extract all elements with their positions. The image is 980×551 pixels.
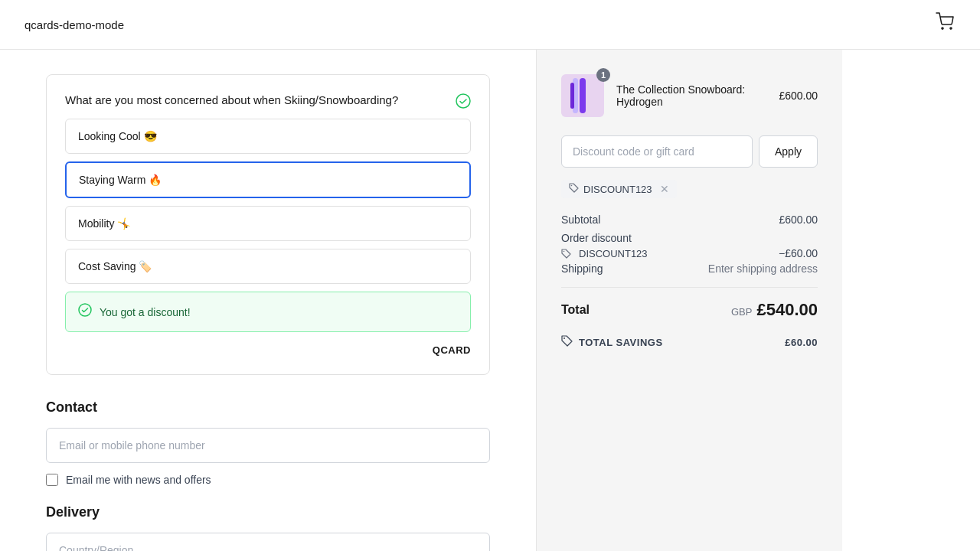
svg-point-1 [79, 304, 91, 316]
svg-point-7 [564, 337, 565, 339]
svg-rect-2 [580, 78, 586, 113]
svg-rect-4 [570, 83, 574, 109]
contact-title: Contact [46, 399, 490, 416]
product-badge: 1 [596, 68, 610, 82]
subtotal-value: £600.00 [779, 214, 818, 226]
header: qcards-demo-mode [0, 0, 980, 50]
remove-discount-button[interactable]: ✕ [660, 183, 669, 195]
discount-banner: You got a discount! [65, 292, 471, 332]
product-name: The Collection Snowboard: Hydrogen [616, 83, 745, 108]
tag-icon [569, 183, 579, 195]
newsletter-label: Email me with news and offers [66, 474, 211, 486]
product-price: £600.00 [779, 90, 818, 102]
discount-code-input[interactable] [561, 135, 753, 168]
product-image: 1 [561, 74, 604, 117]
contact-section: Contact Email me with news and offers [46, 399, 490, 486]
shipping-label: Shipping [561, 262, 603, 275]
email-input[interactable] [46, 428, 490, 463]
right-panel: 1 The Collection Snowboard: Hydrogen £60… [536, 50, 842, 551]
discount-check-icon [78, 303, 92, 321]
subtotal-row: Subtotal £600.00 [561, 214, 818, 226]
total-label: Total [561, 303, 590, 317]
total-amount: £540.00 [756, 300, 818, 320]
left-panel: What are you most concerned about when S… [0, 50, 536, 551]
discount-label-group: Order discount [561, 232, 632, 244]
discount-code-row-detail: DISCOUNT123 −£60.00 [561, 247, 818, 259]
applied-discount-row: DISCOUNT123 ✕ [561, 180, 818, 198]
qcard-footer-label: QCARD [65, 344, 471, 356]
discount-tag: DISCOUNT123 ✕ [561, 180, 677, 198]
qcard-check-icon [456, 93, 471, 112]
qcard-question: What are you most concerned about when S… [65, 93, 471, 106]
shipping-row: Shipping Enter shipping address [561, 262, 818, 288]
discount-value: −£60.00 [779, 247, 818, 259]
order-discount-label: Order discount [561, 232, 632, 244]
applied-code-label: DISCOUNT123 [583, 184, 652, 195]
main-layout: What are you most concerned about when S… [0, 50, 980, 551]
svg-point-5 [571, 185, 573, 187]
savings-amount: £60.00 [785, 337, 818, 348]
cart-icon[interactable] [936, 12, 956, 37]
discount-code-row: Apply [561, 135, 818, 168]
apply-button[interactable]: Apply [759, 135, 818, 168]
svg-point-6 [564, 250, 565, 252]
newsletter-row: Email me with news and offers [46, 474, 490, 486]
shipping-value: Enter shipping address [708, 262, 818, 275]
applied-discount-code: DISCOUNT123 [579, 248, 648, 259]
product-row: 1 The Collection Snowboard: Hydrogen £60… [561, 74, 818, 117]
option-staying-warm[interactable]: Staying Warm 🔥 [65, 161, 471, 198]
savings-label: TOTAL SAVINGS [579, 337, 663, 348]
header-title: qcards-demo-mode [24, 18, 124, 31]
discount-code-detail-label: DISCOUNT123 [561, 247, 648, 259]
subtotal-label: Subtotal [561, 214, 600, 226]
qcard-widget: What are you most concerned about when S… [46, 74, 490, 375]
delivery-title: Delivery [46, 504, 490, 520]
discount-message: You got a discount! [100, 306, 191, 318]
savings-icon [561, 335, 573, 349]
newsletter-checkbox[interactable] [46, 474, 58, 486]
delivery-section: Delivery [46, 504, 490, 551]
country-input[interactable] [46, 533, 490, 551]
product-info: The Collection Snowboard: Hydrogen [616, 83, 766, 108]
order-discount-row: Order discount [561, 232, 818, 244]
savings-row: TOTAL SAVINGS £60.00 [561, 335, 818, 349]
option-looking-cool[interactable]: Looking Cool 😎 [65, 119, 471, 154]
total-currency: GBP [731, 306, 752, 318]
option-cost-saving[interactable]: Cost Saving 🏷️ [65, 249, 471, 284]
total-row: Total GBP £540.00 [561, 300, 818, 320]
svg-point-0 [456, 94, 470, 108]
option-mobility[interactable]: Mobility 🤸 [65, 206, 471, 241]
total-price-group: GBP £540.00 [731, 300, 818, 320]
